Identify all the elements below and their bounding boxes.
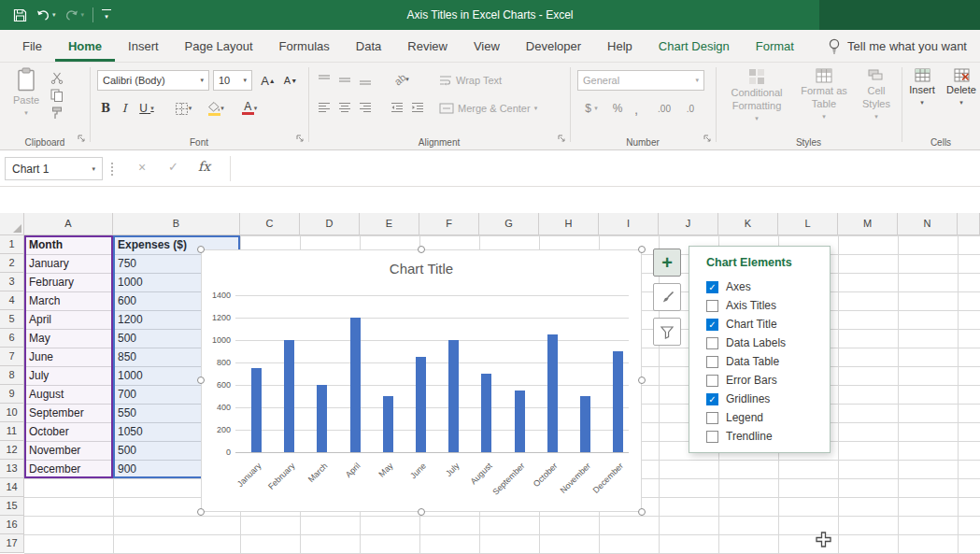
alignment-dialog-launcher[interactable] [557, 133, 566, 146]
cell-B12[interactable]: 500 [118, 444, 136, 457]
chart-bar-july[interactable] [448, 340, 459, 452]
chart-filters-button[interactable] [653, 318, 681, 346]
chart-element-option-error-bars[interactable]: Error Bars [706, 371, 830, 390]
checkbox-axis-titles[interactable] [706, 300, 718, 312]
orientation-button[interactable]: ab▾ [389, 72, 415, 87]
align-right-button[interactable] [357, 100, 374, 115]
align-left-button[interactable] [316, 100, 333, 115]
tab-formulas[interactable]: Formulas [266, 30, 343, 62]
checkbox-data-labels[interactable] [706, 337, 718, 349]
number-dialog-launcher[interactable] [703, 133, 712, 146]
checkbox-chart-title[interactable]: ✓ [706, 319, 718, 331]
decrease-font-size-button[interactable]: A▼ [280, 70, 301, 91]
chart-styles-button[interactable] [653, 283, 681, 311]
row-header-4[interactable]: 4 [0, 291, 24, 310]
cell-A2[interactable]: January [29, 257, 69, 270]
row-header-11[interactable]: 11 [0, 422, 24, 441]
checkbox-legend[interactable] [706, 412, 718, 424]
cancel-entry-button[interactable]: × [138, 160, 146, 175]
chart-element-option-data-table[interactable]: Data Table [706, 352, 830, 371]
checkbox-trendline[interactable] [706, 431, 718, 443]
column-header-n[interactable]: N [898, 213, 958, 235]
cell-A1[interactable]: Month [29, 238, 63, 251]
cell-A7[interactable]: June [29, 350, 53, 363]
row-header-1[interactable]: 1 [0, 235, 24, 254]
chart-element-option-axes[interactable]: ✓Axes [706, 277, 830, 296]
delete-cells-button[interactable]: Delete ▾ [943, 68, 980, 134]
font-color-button[interactable]: A ▾ [235, 98, 263, 119]
column-header-a[interactable]: A [24, 213, 113, 235]
column-header-j[interactable]: J [659, 213, 718, 235]
row-header-15[interactable]: 15 [0, 497, 24, 516]
cell-A8[interactable]: July [29, 369, 49, 382]
chart-element-option-trendline[interactable]: Trendline [706, 427, 830, 446]
chart-resize-handle[interactable] [638, 508, 646, 516]
column-header-m[interactable]: M [838, 213, 898, 235]
increase-indent-button[interactable] [409, 100, 426, 115]
checkbox-data-table[interactable] [706, 356, 718, 368]
column-header-g[interactable]: G [479, 213, 539, 235]
row-header-9[interactable]: 9 [0, 385, 24, 404]
undo-button[interactable]: ▾ [36, 8, 56, 21]
row-header-6[interactable]: 6 [0, 329, 24, 348]
chart-bar-february[interactable] [284, 340, 294, 452]
merge-center-chevron[interactable]: ▾ [534, 105, 538, 112]
redo-dropdown-chevron[interactable]: ▾ [81, 11, 85, 19]
tell-me-box[interactable]: Tell me what you want [828, 30, 967, 62]
tab-home[interactable]: Home [55, 30, 115, 62]
align-top-button[interactable] [316, 72, 333, 87]
format-as-table-button[interactable]: Format as Table ▾ [796, 68, 852, 134]
accounting-format-button[interactable]: $ ▾ [579, 98, 604, 119]
chart-element-option-legend[interactable]: Legend [706, 408, 830, 427]
cell-B13[interactable]: 900 [118, 462, 136, 476]
align-bottom-button[interactable] [357, 72, 374, 87]
cell-styles-button[interactable]: Cell Styles ▾ [854, 68, 899, 134]
chart-element-option-gridlines[interactable]: ✓Gridlines [706, 390, 830, 408]
cell-B6[interactable]: 500 [118, 332, 136, 345]
chart-element-option-axis-titles[interactable]: Axis Titles [706, 296, 830, 315]
chart[interactable]: Chart Title 0200400600800100012001400Jan… [201, 249, 642, 512]
chart-bar-september[interactable] [515, 391, 525, 452]
cell-B10[interactable]: 550 [118, 406, 136, 419]
confirm-entry-button[interactable]: ✓ [168, 160, 178, 174]
font-size-combo[interactable]: 10▾ [213, 70, 252, 91]
fill-color-chevron[interactable]: ▾ [220, 105, 224, 112]
cell-A9[interactable]: August [29, 388, 64, 401]
chart-element-option-data-labels[interactable]: Data Labels [706, 334, 830, 352]
increase-font-size-button[interactable]: A▲ [258, 70, 278, 91]
column-header-i[interactable]: I [599, 213, 659, 235]
cell-B7[interactable]: 850 [118, 350, 136, 363]
tab-developer[interactable]: Developer [513, 30, 594, 62]
chart-title[interactable]: Chart Title [202, 261, 641, 277]
column-header-d[interactable]: D [300, 213, 360, 235]
cell-A12[interactable]: November [29, 444, 80, 457]
comma-style-button[interactable]: , [630, 98, 643, 119]
font-name-combo[interactable]: Calibri (Body)▾ [97, 70, 209, 91]
decrease-decimal-button[interactable]: .0 [680, 98, 701, 119]
checkbox-axes[interactable]: ✓ [706, 281, 718, 293]
row-header-2[interactable]: 2 [0, 254, 24, 273]
cell-B1[interactable]: Expenses ($) [118, 238, 187, 251]
cell-A3[interactable]: February [29, 276, 74, 289]
row-header-8[interactable]: 8 [0, 366, 24, 385]
chart-bar-april[interactable] [350, 318, 361, 452]
chart-element-option-chart-title[interactable]: ✓Chart Title [706, 315, 830, 334]
font-name-chevron[interactable]: ▾ [196, 77, 204, 84]
row-header-17[interactable]: 17 [0, 534, 24, 553]
chart-resize-handle[interactable] [638, 246, 646, 253]
merge-center-button[interactable]: Merge & Center ▾ [439, 100, 537, 117]
redo-button[interactable]: ▾ [64, 8, 85, 21]
formula-bar-drag-dots[interactable] [111, 163, 113, 176]
chart-bar-october[interactable] [547, 334, 558, 452]
font-dialog-launcher[interactable] [295, 133, 305, 146]
chart-bar-may[interactable] [383, 396, 393, 452]
italic-button[interactable]: I [116, 98, 133, 119]
cell-A5[interactable]: April [29, 313, 51, 326]
paste-button[interactable]: Paste ▾ [7, 67, 45, 133]
borders-button[interactable]: ▾ [170, 98, 196, 119]
insert-function-button[interactable]: fx [198, 159, 210, 174]
bold-button[interactable]: B [97, 98, 114, 119]
column-header-b[interactable]: B [113, 213, 240, 235]
column-header-k[interactable]: K [718, 213, 778, 235]
cell-B3[interactable]: 1000 [118, 276, 143, 289]
